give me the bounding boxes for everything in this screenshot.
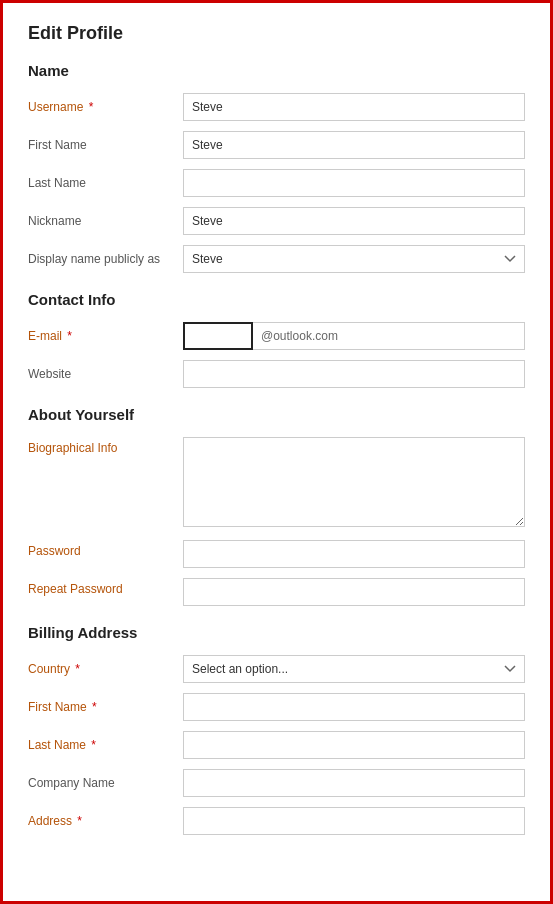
country-field: Select an option... bbox=[183, 655, 525, 683]
billing-firstname-input[interactable] bbox=[183, 693, 525, 721]
about-section: About Yourself Biographical Info Passwor… bbox=[28, 406, 525, 606]
display-name-select[interactable]: Steve bbox=[183, 245, 525, 273]
email-suffix-display bbox=[253, 322, 525, 350]
email-field bbox=[183, 322, 525, 350]
username-label: Username * bbox=[28, 100, 183, 114]
bio-row: Biographical Info bbox=[28, 437, 525, 530]
firstname-field bbox=[183, 131, 525, 159]
password-input[interactable] bbox=[183, 540, 525, 568]
firstname-label: First Name bbox=[28, 138, 183, 152]
address-field bbox=[183, 807, 525, 835]
display-name-label: Display name publicly as bbox=[28, 252, 183, 266]
company-name-input[interactable] bbox=[183, 769, 525, 797]
nickname-row: Nickname bbox=[28, 207, 525, 235]
billing-lastname-field bbox=[183, 731, 525, 759]
password-row: Password bbox=[28, 540, 525, 568]
bio-label: Biographical Info bbox=[28, 437, 183, 455]
email-input-row bbox=[183, 322, 525, 350]
billing-firstname-label: First Name * bbox=[28, 700, 183, 714]
contact-section: Contact Info E-mail * Website bbox=[28, 291, 525, 388]
name-section: Name Username * First Name Last Name Nic… bbox=[28, 62, 525, 273]
firstname-input[interactable] bbox=[183, 131, 525, 159]
lastname-label: Last Name bbox=[28, 176, 183, 190]
username-required: * bbox=[85, 100, 93, 114]
billing-firstname-required: * bbox=[89, 700, 97, 714]
edit-profile-page: Edit Profile Name Username * First Name … bbox=[0, 0, 553, 904]
about-section-title: About Yourself bbox=[28, 406, 525, 423]
website-field bbox=[183, 360, 525, 388]
billing-lastname-input[interactable] bbox=[183, 731, 525, 759]
username-input[interactable] bbox=[183, 93, 525, 121]
email-row: E-mail * bbox=[28, 322, 525, 350]
repeat-password-input[interactable] bbox=[183, 578, 525, 606]
name-section-title: Name bbox=[28, 62, 525, 79]
repeat-password-field bbox=[183, 578, 525, 606]
website-row: Website bbox=[28, 360, 525, 388]
nickname-label: Nickname bbox=[28, 214, 183, 228]
billing-lastname-label: Last Name * bbox=[28, 738, 183, 752]
repeat-password-row: Repeat Password bbox=[28, 578, 525, 606]
billing-firstname-field bbox=[183, 693, 525, 721]
display-name-row: Display name publicly as Steve bbox=[28, 245, 525, 273]
lastname-row: Last Name bbox=[28, 169, 525, 197]
nickname-field bbox=[183, 207, 525, 235]
website-label: Website bbox=[28, 367, 183, 381]
email-prefix-input[interactable] bbox=[183, 322, 253, 350]
lastname-input[interactable] bbox=[183, 169, 525, 197]
firstname-row: First Name bbox=[28, 131, 525, 159]
billing-lastname-row: Last Name * bbox=[28, 731, 525, 759]
billing-firstname-row: First Name * bbox=[28, 693, 525, 721]
username-field bbox=[183, 93, 525, 121]
address-label: Address * bbox=[28, 814, 183, 828]
contact-section-title: Contact Info bbox=[28, 291, 525, 308]
page-title: Edit Profile bbox=[28, 23, 525, 44]
nickname-input[interactable] bbox=[183, 207, 525, 235]
billing-lastname-required: * bbox=[88, 738, 96, 752]
country-row: Country * Select an option... bbox=[28, 655, 525, 683]
bio-field bbox=[183, 437, 525, 530]
email-required: * bbox=[64, 329, 72, 343]
company-name-row: Company Name bbox=[28, 769, 525, 797]
display-name-field: Steve bbox=[183, 245, 525, 273]
company-name-label: Company Name bbox=[28, 776, 183, 790]
email-label: E-mail * bbox=[28, 329, 183, 343]
address-required: * bbox=[74, 814, 82, 828]
lastname-field bbox=[183, 169, 525, 197]
billing-section: Billing Address Country * Select an opti… bbox=[28, 624, 525, 835]
repeat-password-label: Repeat Password bbox=[28, 578, 183, 596]
company-name-field bbox=[183, 769, 525, 797]
country-required: * bbox=[72, 662, 80, 676]
country-select[interactable]: Select an option... bbox=[183, 655, 525, 683]
bio-textarea[interactable] bbox=[183, 437, 525, 527]
password-label: Password bbox=[28, 540, 183, 558]
username-row: Username * bbox=[28, 93, 525, 121]
country-label: Country * bbox=[28, 662, 183, 676]
address-input[interactable] bbox=[183, 807, 525, 835]
address-row: Address * bbox=[28, 807, 525, 835]
website-input[interactable] bbox=[183, 360, 525, 388]
billing-section-title: Billing Address bbox=[28, 624, 525, 641]
password-field bbox=[183, 540, 525, 568]
